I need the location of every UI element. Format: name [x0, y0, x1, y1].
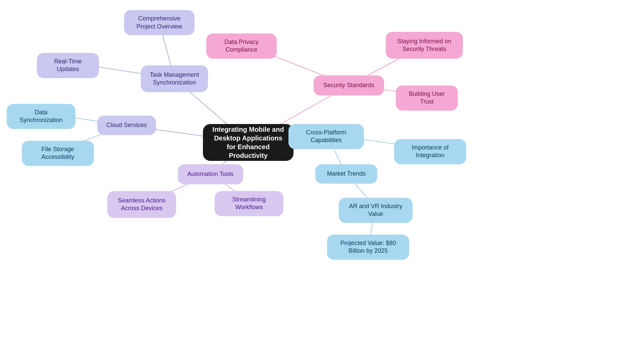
file-storage-node[interactable]: File Storage Accessibility	[22, 141, 94, 166]
task-mgmt-node[interactable]: Task Management Synchronization	[141, 65, 208, 92]
seamless-node[interactable]: Seamless Actions Across Devices	[107, 191, 176, 218]
staying-informed-node[interactable]: Staying Informed on Security Threats	[386, 32, 463, 59]
market-trends-node[interactable]: Market Trends	[315, 164, 377, 184]
security-standards-node[interactable]: Security Standards	[314, 75, 384, 96]
importance-node[interactable]: Importance of Integration	[394, 139, 466, 164]
data-sync-node[interactable]: Data Synchronization	[7, 104, 75, 129]
comprehensive-node[interactable]: Comprehensive Project Overview	[124, 10, 195, 35]
building-trust-node[interactable]: Building User Trust	[396, 85, 458, 111]
streamlining-node[interactable]: Streamlining Workflows	[215, 191, 283, 216]
projected-node[interactable]: Projected Value: $80 Billion by 2025	[327, 235, 409, 260]
mindmap-container: Integrating Mobile and Desktop Applicati…	[0, 0, 644, 363]
automation-node[interactable]: Automation Tools	[178, 164, 243, 184]
data-privacy-node[interactable]: Data Privacy Compliance	[206, 34, 277, 59]
ar-vr-node[interactable]: AR and VR Industry Value	[339, 198, 413, 223]
cloud-services-node[interactable]: Cloud Services	[97, 116, 156, 135]
realtime-node[interactable]: Real-Time Updates	[37, 53, 99, 78]
cross-platform-node[interactable]: Cross-Platform Capabilities	[288, 124, 364, 149]
center-node[interactable]: Integrating Mobile and Desktop Applicati…	[203, 124, 293, 161]
